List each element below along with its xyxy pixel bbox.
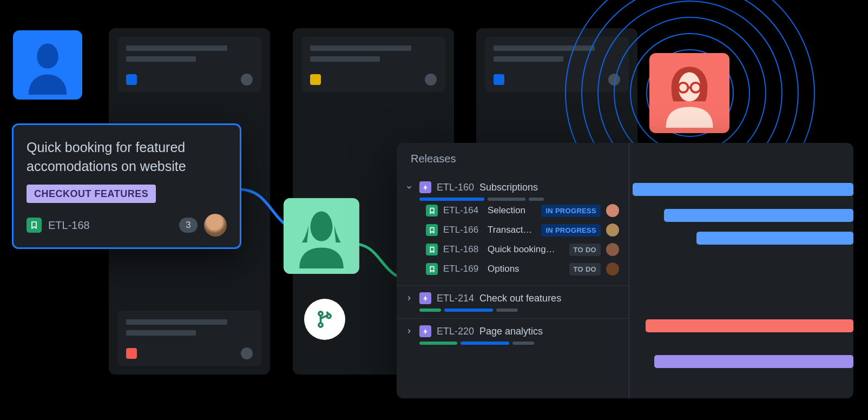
assignee-avatar[interactable] xyxy=(606,224,619,237)
issue-name: Transact… xyxy=(488,225,536,235)
issue-key[interactable]: ETL-168 xyxy=(48,219,90,232)
chevron-right-icon[interactable] xyxy=(404,293,414,303)
epic-name: Page analytics xyxy=(479,326,543,337)
status-badge: TO DO xyxy=(569,263,601,275)
avatar xyxy=(13,30,82,100)
issue-row[interactable]: ETL-164SelectionIN PROGRESS xyxy=(404,201,619,220)
gantt-bar[interactable] xyxy=(654,355,853,368)
chevron-down-icon[interactable] xyxy=(404,182,414,192)
status-badge: IN PROGRESS xyxy=(541,224,601,237)
releases-title: Releases xyxy=(397,143,629,175)
assignee-placeholder xyxy=(241,74,253,86)
assignee-avatar[interactable] xyxy=(606,262,619,275)
priority-chip xyxy=(126,348,137,359)
gantt-bar[interactable] xyxy=(646,319,853,332)
story-icon xyxy=(426,263,438,275)
story-icon xyxy=(426,244,438,255)
status-badge: TO DO xyxy=(569,244,601,256)
epic-key: ETL-160 xyxy=(437,182,474,193)
issue-row[interactable]: ETL-168Quick booking…TO DO xyxy=(404,240,619,259)
gantt-bar[interactable] xyxy=(664,209,853,222)
avatar xyxy=(649,53,729,133)
assignee-placeholder xyxy=(241,347,253,359)
issue-key: ETL-168 xyxy=(443,244,482,255)
issue-row[interactable]: ETL-166Transact…IN PROGRESS xyxy=(404,220,619,240)
priority-chip xyxy=(494,74,504,85)
issue-title: Quick booking for featured accomodations… xyxy=(27,138,227,176)
issue-row[interactable]: ETL-169OptionsTO DO xyxy=(404,259,619,279)
assignee-placeholder xyxy=(425,74,437,86)
epic-row[interactable]: ETL-214Check out features xyxy=(397,285,629,318)
issue-key: ETL-169 xyxy=(443,264,482,274)
epic-icon xyxy=(419,325,431,337)
avatar xyxy=(284,198,359,274)
gantt-bar[interactable] xyxy=(633,183,853,196)
releases-panel: Releases ETL-160SubscriptionsETL-164Sele… xyxy=(397,143,853,398)
issue-label[interactable]: CHECKOUT FEATURES xyxy=(27,185,156,203)
assignee-avatar[interactable] xyxy=(606,204,619,217)
chevron-right-icon[interactable] xyxy=(404,326,414,336)
epic-name: Subscriptions xyxy=(479,182,538,193)
subtask-count: 3 xyxy=(179,218,198,233)
epic-name: Check out features xyxy=(479,293,561,304)
assignee-avatar[interactable] xyxy=(204,214,227,237)
epic-row[interactable]: ETL-220Page analytics xyxy=(397,318,629,351)
board-card[interactable] xyxy=(117,311,261,366)
issue-key: ETL-166 xyxy=(443,225,482,235)
progress-bar xyxy=(419,342,619,345)
story-icon xyxy=(426,205,438,216)
issue-key: ETL-164 xyxy=(443,205,482,216)
board-card[interactable] xyxy=(117,37,261,92)
epic-row[interactable]: ETL-160SubscriptionsETL-164SelectionIN P… xyxy=(397,175,629,285)
git-icon xyxy=(304,299,345,340)
issue-name: Options xyxy=(488,264,564,274)
epic-key: ETL-220 xyxy=(437,326,474,337)
issue-card[interactable]: Quick booking for featured accomodations… xyxy=(12,123,241,249)
epic-icon xyxy=(419,292,431,304)
priority-chip xyxy=(310,74,321,85)
epic-icon xyxy=(419,181,431,193)
story-icon xyxy=(27,218,42,233)
story-icon xyxy=(426,224,438,236)
epic-key: ETL-214 xyxy=(437,293,474,304)
priority-chip xyxy=(126,74,137,85)
assignee-avatar[interactable] xyxy=(606,243,619,256)
gantt-chart[interactable] xyxy=(629,143,853,398)
issue-name: Selection xyxy=(488,205,536,216)
gantt-bar[interactable] xyxy=(696,232,853,245)
status-badge: IN PROGRESS xyxy=(541,205,601,217)
issue-name: Quick booking… xyxy=(488,244,564,255)
progress-bar xyxy=(419,309,619,312)
board-card[interactable] xyxy=(301,37,445,92)
